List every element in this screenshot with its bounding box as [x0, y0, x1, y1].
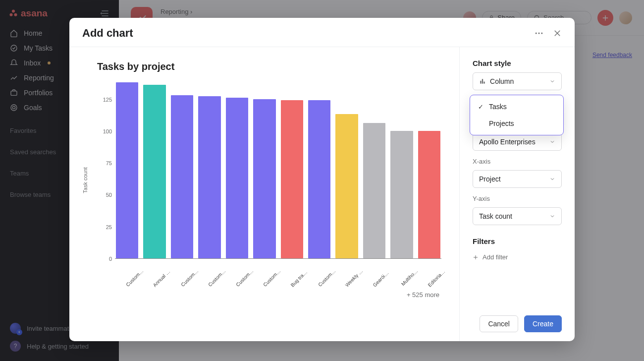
x-axis-label: X-axis: [473, 158, 562, 165]
y-tick: 125: [103, 97, 112, 103]
x-tick-label: Custom…: [234, 268, 254, 288]
chart-bar[interactable]: [253, 99, 275, 258]
y-axis-value: Task count: [479, 212, 512, 220]
y-tick: 100: [103, 128, 112, 134]
svg-point-14: [538, 33, 540, 34]
chevron-down-icon: [549, 139, 555, 145]
chart-bar[interactable]: [418, 131, 440, 258]
chevron-down-icon: [549, 213, 555, 219]
svg-rect-20: [483, 82, 484, 84]
add-filter-label: Add filter: [483, 253, 508, 261]
chart-bar[interactable]: [143, 85, 165, 258]
plus-icon: [473, 254, 479, 260]
svg-point-13: [536, 33, 537, 34]
chart-bar[interactable]: [198, 96, 220, 258]
cancel-button[interactable]: Cancel: [480, 315, 518, 332]
x-tick-label: Custom…: [317, 268, 336, 288]
chart-preview-panel: Tasks by project Task count 025507510012…: [69, 47, 459, 341]
chart-bar[interactable]: [390, 131, 413, 258]
dropdown-option-label: Projects: [489, 120, 514, 127]
x-tick-label: Weekly …: [344, 268, 364, 288]
chart-plot: 0255075100125 Custom…Annual s…Custom…Cus…: [97, 80, 441, 332]
modal-more-icon[interactable]: [534, 28, 544, 38]
chart-title: Tasks by project: [97, 61, 441, 72]
chart-bar[interactable]: [308, 100, 330, 258]
check-icon: ✓: [477, 103, 484, 111]
y-axis-label: Y-axis: [473, 195, 562, 202]
add-filter-button[interactable]: Add filter: [473, 253, 562, 261]
svg-rect-19: [482, 79, 483, 83]
x-tick-label: Bug trac…: [289, 268, 309, 288]
dropdown-option-label: Tasks: [489, 103, 507, 111]
x-axis-value: Project: [479, 175, 501, 183]
x-tick-label: Gearóid…: [372, 268, 391, 288]
chart-config-panel: Chart style Column Report on Tasks ✓: [459, 47, 575, 341]
chart-area: Task count 0255075100125 Custom…Annual s…: [97, 80, 441, 332]
y-tick: 50: [106, 192, 112, 198]
chart-bar[interactable]: [363, 123, 385, 258]
y-axis-select[interactable]: Task count: [473, 207, 562, 225]
y-axis-label: Task count: [82, 167, 88, 193]
chart-bar[interactable]: [281, 100, 303, 258]
report-on-dropdown: ✓ Tasks Projects: [470, 95, 564, 135]
chart-bar[interactable]: [335, 114, 358, 258]
include-from-select[interactable]: Apollo Enterprises: [473, 133, 562, 151]
x-axis-labels: Custom…Annual s…Custom…Custom…Custom…Cus…: [115, 259, 441, 267]
y-tick: 0: [109, 256, 112, 262]
modal-footer: Cancel Create: [473, 308, 562, 335]
chevron-down-icon: [549, 78, 555, 84]
chart-style-select[interactable]: Column: [473, 72, 562, 90]
chart-style-label: Chart style: [473, 59, 562, 67]
x-tick-label: Editorial …: [427, 268, 446, 288]
y-tick: 75: [106, 160, 112, 166]
chart-style-value: Column: [490, 77, 514, 85]
y-tick: 25: [106, 224, 112, 230]
chevron-down-icon: [549, 176, 555, 182]
chart-bar[interactable]: [226, 98, 248, 258]
modal-title: Add chart: [82, 27, 133, 40]
dropdown-option-tasks[interactable]: ✓ Tasks: [470, 98, 563, 115]
include-from-value: Apollo Enterprises: [479, 138, 536, 146]
chart-bar[interactable]: [171, 95, 193, 258]
chart-bar[interactable]: [116, 82, 138, 258]
svg-rect-18: [480, 81, 481, 84]
chart-bars: [115, 80, 441, 259]
x-tick-label: Annual s…: [152, 268, 172, 288]
svg-point-15: [541, 33, 542, 34]
dropdown-option-projects[interactable]: Projects: [470, 115, 563, 132]
x-tick-label: Custom…: [262, 268, 282, 288]
create-button[interactable]: Create: [524, 315, 562, 332]
x-axis-select[interactable]: Project: [473, 170, 562, 188]
x-tick-label: Multiho…: [399, 268, 419, 288]
column-chart-icon: [479, 78, 486, 85]
x-tick-label: Custom…: [125, 268, 145, 288]
modal-header: Add chart: [69, 18, 575, 47]
add-chart-modal: Add chart Tasks by project Task count 02…: [69, 18, 575, 341]
modal-body: Tasks by project Task count 025507510012…: [69, 47, 575, 341]
filters-label: Filters: [473, 237, 562, 245]
chart-more-label: + 525 more: [115, 291, 441, 299]
x-tick-label: Custom…: [207, 268, 227, 288]
y-axis-ticks: 0255075100125: [97, 80, 115, 259]
modal-close-icon[interactable]: [553, 29, 562, 38]
x-tick-label: Custom…: [179, 268, 199, 288]
